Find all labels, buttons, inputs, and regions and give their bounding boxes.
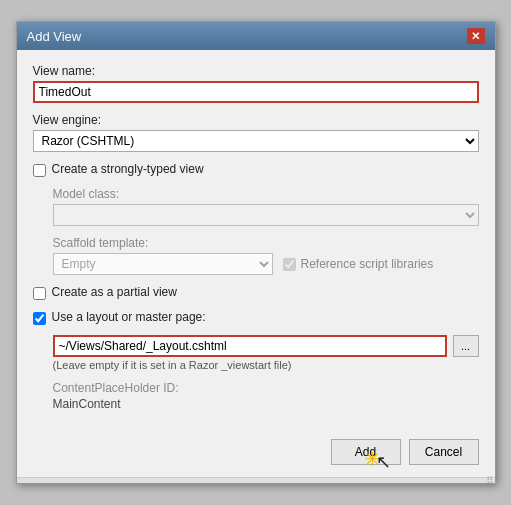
add-button-container: Add ✳ ↖ <box>331 439 401 465</box>
reference-script-label: Reference script libraries <box>301 257 434 271</box>
use-layout-checkbox[interactable] <box>33 312 46 325</box>
scaffold-template-section: Scaffold template: Empty Reference scrip… <box>53 236 479 275</box>
content-placeholder-value: MainContent <box>53 397 479 411</box>
title-bar: Add View ✕ <box>17 22 495 50</box>
partial-view-checkbox[interactable] <box>33 287 46 300</box>
content-placeholder-label: ContentPlaceHolder ID: <box>53 381 479 395</box>
dialog-body: View name: View engine: Razor (CSHTML) C… <box>17 50 495 431</box>
view-name-section: View name: <box>33 64 479 103</box>
add-button[interactable]: Add <box>331 439 401 465</box>
ref-script-row: Reference script libraries <box>283 257 434 271</box>
layout-hint: (Leave empty if it is set in a Razor _vi… <box>53 359 479 371</box>
use-layout-row: Use a layout or master page: <box>33 310 479 327</box>
cancel-button[interactable]: Cancel <box>409 439 479 465</box>
model-class-section: Model class: <box>53 187 479 226</box>
model-class-label: Model class: <box>53 187 479 201</box>
view-engine-section: View engine: Razor (CSHTML) <box>33 113 479 152</box>
content-placeholder-section: ContentPlaceHolder ID: MainContent <box>53 381 479 411</box>
layout-path-input[interactable] <box>53 335 447 357</box>
strongly-typed-checkbox[interactable] <box>33 164 46 177</box>
resize-handle: ⠿ <box>17 477 495 483</box>
partial-view-row: Create as a partial view <box>33 285 479 302</box>
dialog-title: Add View <box>27 29 82 44</box>
view-engine-dropdown[interactable]: Razor (CSHTML) <box>33 130 479 152</box>
use-layout-label: Use a layout or master page: <box>52 310 206 324</box>
scaffold-template-label: Scaffold template: <box>53 236 479 250</box>
close-button[interactable]: ✕ <box>467 28 485 44</box>
strongly-typed-label: Create a strongly-typed view <box>52 162 204 176</box>
scaffold-row: Empty Reference script libraries <box>53 253 479 275</box>
browse-button[interactable]: ... <box>453 335 479 357</box>
layout-path-row: ... <box>53 335 479 357</box>
view-engine-label: View engine: <box>33 113 479 127</box>
add-view-dialog: Add View ✕ View name: View engine: Razor… <box>16 21 496 484</box>
partial-view-label: Create as a partial view <box>52 285 177 299</box>
view-name-label: View name: <box>33 64 479 78</box>
layout-path-section: ... (Leave empty if it is set in a Razor… <box>53 335 479 371</box>
strongly-typed-row: Create a strongly-typed view <box>33 162 479 179</box>
dialog-footer: Add ✳ ↖ Cancel <box>17 431 495 477</box>
scaffold-template-dropdown[interactable]: Empty <box>53 253 273 275</box>
reference-script-checkbox[interactable] <box>283 258 296 271</box>
view-name-input[interactable] <box>33 81 479 103</box>
model-class-dropdown[interactable] <box>53 204 479 226</box>
resize-grip-icon: ⠿ <box>486 475 493 486</box>
